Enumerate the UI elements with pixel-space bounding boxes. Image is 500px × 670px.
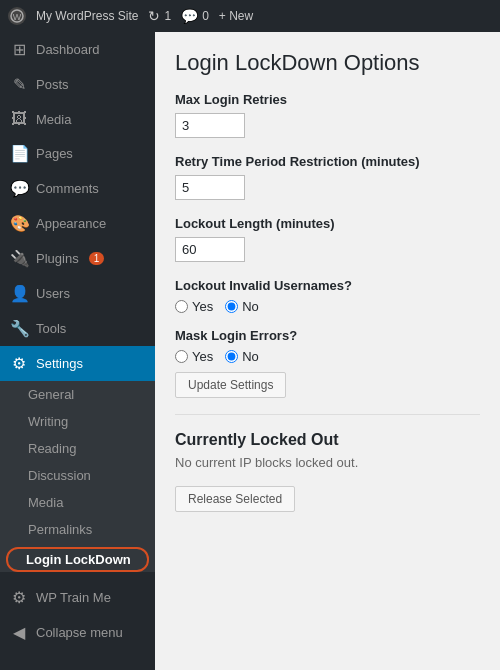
sidebar-label-tools: Tools <box>36 321 66 336</box>
sidebar-label-plugins: Plugins <box>36 251 79 266</box>
sidebar-sub-writing[interactable]: Writing <box>0 408 155 435</box>
sidebar-item-plugins[interactable]: 🔌 Plugins 1 <box>0 241 155 276</box>
sidebar-item-appearance[interactable]: 🎨 Appearance <box>0 206 155 241</box>
comments-link[interactable]: 💬 0 <box>181 8 209 24</box>
sidebar-item-comments[interactable]: 💬 Comments <box>0 171 155 206</box>
sidebar-label-comments: Comments <box>36 181 99 196</box>
lockout-invalid-radios: Yes No <box>175 299 480 314</box>
settings-icon: ⚙ <box>10 354 28 373</box>
sidebar-item-posts[interactable]: ✎ Posts <box>0 67 155 102</box>
mask-errors-yes[interactable]: Yes <box>175 349 213 364</box>
updates-link[interactable]: ↻ 1 <box>148 8 171 24</box>
locked-out-message: No current IP blocks locked out. <box>175 455 480 470</box>
sidebar-sub-reading[interactable]: Reading <box>0 435 155 462</box>
plugins-icon: 🔌 <box>10 249 28 268</box>
collapse-icon: ◀ <box>10 623 28 642</box>
lockout-invalid-no[interactable]: No <box>225 299 259 314</box>
sidebar-item-collapse[interactable]: ◀ Collapse menu <box>0 615 155 650</box>
pages-icon: 📄 <box>10 144 28 163</box>
sidebar-sub-discussion[interactable]: Discussion <box>0 462 155 489</box>
appearance-icon: 🎨 <box>10 214 28 233</box>
sidebar-label-pages: Pages <box>36 146 73 161</box>
sidebar-sub-media-settings[interactable]: Media <box>0 489 155 516</box>
lockout-length-input[interactable] <box>175 237 245 262</box>
retry-time-label: Retry Time Period Restriction (minutes) <box>175 154 480 169</box>
sidebar-item-tools[interactable]: 🔧 Tools <box>0 311 155 346</box>
sidebar-item-media[interactable]: 🖼 Media <box>0 102 155 136</box>
media-icon: 🖼 <box>10 110 28 128</box>
sidebar: ⊞ Dashboard ✎ Posts 🖼 Media 📄 Pages 💬 Co… <box>0 32 155 670</box>
posts-icon: ✎ <box>10 75 28 94</box>
lockout-invalid-label: Lockout Invalid Usernames? <box>175 278 480 293</box>
release-selected-button[interactable]: Release Selected <box>175 486 295 512</box>
sidebar-label-collapse: Collapse menu <box>36 625 123 640</box>
sidebar-label-posts: Posts <box>36 77 69 92</box>
sidebar-label-appearance: Appearance <box>36 216 106 231</box>
tools-icon: 🔧 <box>10 319 28 338</box>
plugins-badge: 1 <box>89 252 105 265</box>
mask-errors-no[interactable]: No <box>225 349 259 364</box>
wp-logo[interactable]: W <box>8 7 26 25</box>
sidebar-label-media: Media <box>36 112 71 127</box>
svg-text:W: W <box>13 12 22 22</box>
mask-errors-label: Mask Login Errors? <box>175 328 480 343</box>
mask-errors-radios: Yes No <box>175 349 480 364</box>
sidebar-item-pages[interactable]: 📄 Pages <box>0 136 155 171</box>
content-area: Login LockDown Options Max Login Retries… <box>155 32 500 670</box>
lockout-invalid-yes[interactable]: Yes <box>175 299 213 314</box>
max-retries-label: Max Login Retries <box>175 92 480 107</box>
users-icon: 👤 <box>10 284 28 303</box>
sidebar-label-users: Users <box>36 286 70 301</box>
page-title: Login LockDown Options <box>175 50 480 76</box>
main-layout: ⊞ Dashboard ✎ Posts 🖼 Media 📄 Pages 💬 Co… <box>0 32 500 670</box>
sidebar-item-wptrainme[interactable]: ⚙ WP Train Me <box>0 580 155 615</box>
lockout-length-label: Lockout Length (minutes) <box>175 216 480 231</box>
max-retries-input[interactable] <box>175 113 245 138</box>
settings-submenu: General Writing Reading Discussion Media… <box>0 381 155 572</box>
retry-time-input[interactable] <box>175 175 245 200</box>
update-settings-button[interactable]: Update Settings <box>175 372 286 398</box>
section-divider <box>175 414 480 415</box>
sidebar-label-wptrainme: WP Train Me <box>36 590 111 605</box>
wptrainme-icon: ⚙ <box>10 588 28 607</box>
sidebar-sub-general[interactable]: General <box>0 381 155 408</box>
sidebar-sub-loginlockdown[interactable]: Login LockDown <box>6 547 149 572</box>
sidebar-item-users[interactable]: 👤 Users <box>0 276 155 311</box>
sidebar-label-dashboard: Dashboard <box>36 42 100 57</box>
site-name[interactable]: My WordPress Site <box>36 9 138 23</box>
sidebar-sub-permalinks[interactable]: Permalinks <box>0 516 155 543</box>
currently-locked-out-title: Currently Locked Out <box>175 431 480 449</box>
sidebar-item-settings[interactable]: ⚙ Settings <box>0 346 155 381</box>
sidebar-label-settings: Settings <box>36 356 83 371</box>
comments-icon: 💬 <box>10 179 28 198</box>
sidebar-item-dashboard[interactable]: ⊞ Dashboard <box>0 32 155 67</box>
admin-bar: W My WordPress Site ↻ 1 💬 0 + New <box>0 0 500 32</box>
new-content-link[interactable]: + New <box>219 9 253 23</box>
dashboard-icon: ⊞ <box>10 40 28 59</box>
